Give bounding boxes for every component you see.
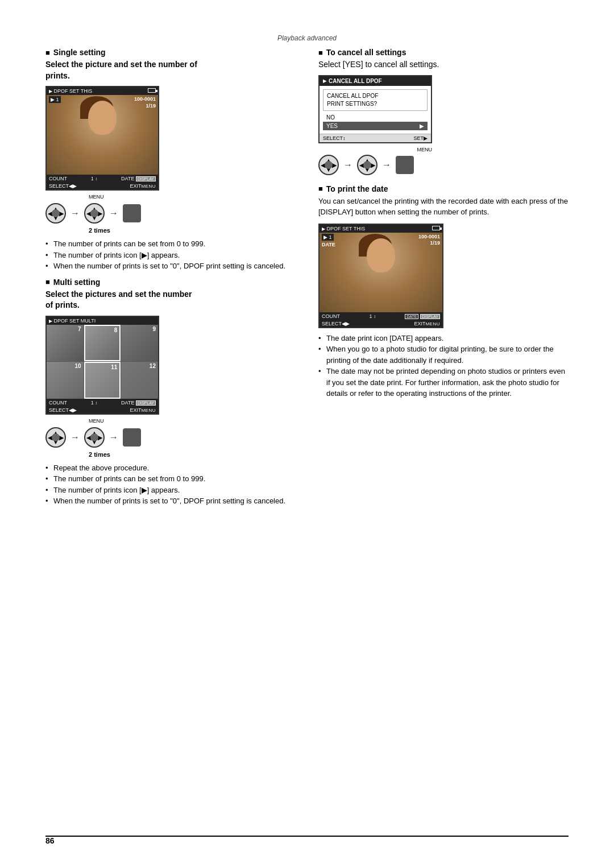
center-btn-m1[interactable] (52, 433, 60, 441)
print-date-section: To print the date You can set/cancel the… (318, 184, 569, 399)
arrow-right-m2: ▶ (98, 433, 102, 441)
menu-btn-cancel[interactable] (396, 156, 414, 174)
right-column: To cancel all settings Select [YES] to c… (318, 48, 569, 512)
cancel-all-subtitle: Select [YES] to cancel all settings. (318, 59, 569, 71)
thumb-11: 11 (84, 362, 121, 399)
menu-btn-single[interactable] (123, 204, 141, 222)
multi-setting-screen: ▶ DPOF SET MULTI 7 8 9 (45, 316, 159, 415)
single-nav-row: ▲ ▼ ◀ ▶ → ▲ ▼ ◀ ▶ (45, 203, 141, 224)
menu-label-single: MENU (89, 194, 104, 200)
cancel-all-section: To cancel all settings Select [YES] to c… (318, 48, 569, 175)
center-btn-c2[interactable] (363, 161, 371, 169)
date-display-wrapper: DATE DISPLAY (405, 313, 440, 319)
arrow-right-2: ▶ (98, 210, 102, 217)
thumb-10-num: 10 (75, 363, 81, 369)
date-count-label: COUNT (322, 313, 340, 319)
date-face-illustration (361, 238, 401, 290)
single-bullet-list: The number of prints can be set from 0 t… (45, 238, 296, 272)
select-exit-bar: SELECT◀▶ EXITMENU (47, 183, 158, 189)
date-screen-dpof-label: ▶ DPOF SET THIS (322, 226, 365, 232)
left-column: Single setting Select the picture and se… (45, 48, 296, 512)
date-select-label: SELECT◀▶ (322, 321, 350, 326)
screen-photo-area: ▶ 1 100-0001 1/19 (47, 95, 158, 175)
date-bullet-1: The date print icon [DATE] appears. (318, 333, 569, 344)
multi-thumb-grid: 7 8 9 10 11 (47, 325, 158, 399)
date-bullet-2: When you go to a photo studio for digita… (318, 344, 569, 366)
cancel-screen-body: CANCEL ALL DPOFPRINT SETTINGS? NO YES ▶ (320, 86, 431, 134)
date-screen-photo-area: ▶ 1 DATE 100-0001 1/19 (320, 233, 442, 312)
multi-exit-menu-label: EXITMENU (130, 407, 156, 413)
date-count-val: 1 ↕ (369, 313, 376, 319)
nav-circle-multi-1[interactable]: ▲ ▼ ◀ ▶ (45, 427, 66, 448)
menu-btn-multi[interactable] (123, 428, 141, 447)
nav-circle-multi-2[interactable]: ▲ ▼ ◀ ▶ (84, 427, 105, 448)
nav-circle-cancel-1[interactable]: ▲ ▼ ◀ ▶ (318, 155, 339, 175)
cancel-nav-row: ▲ ▼ ◀ ▶ → ▲ ▼ ◀ ▶ → (318, 155, 569, 175)
print-date-bullet-list: The date print icon [DATE] appears. When… (318, 333, 569, 399)
multi-bullet-3: The number of prints icon [▶] appears. (45, 485, 296, 496)
single-setting-screen: ▶ DPOF SET THIS ▶ 1 100-0001 (45, 86, 159, 191)
exit-menu-label: EXITMENU (130, 183, 156, 189)
arrow-right-c2: ▶ (371, 161, 375, 168)
multi-select-label: SELECT◀▶ (49, 407, 77, 413)
face-circle (88, 101, 117, 135)
date-face-circle (367, 238, 395, 272)
nav-circle-cancel-2[interactable]: ▲ ▼ ◀ ▶ (357, 155, 377, 175)
multi-bullet-2: The number of prints can be set from 0 t… (45, 473, 296, 485)
img-num-overlay: ▶ 1 (49, 96, 61, 103)
nav-circle-2[interactable]: ▲ ▼ ◀ ▶ (84, 203, 105, 224)
menu-label-multi: MENU (89, 418, 104, 424)
center-btn-m2[interactable] (90, 433, 98, 441)
multi-bullet-4: When the number of prints is set to "0",… (45, 495, 296, 507)
cancel-option-yes[interactable]: YES ▶ (323, 122, 428, 130)
date-count-bar: COUNT 1 ↕ DATE DISPLAY (320, 312, 442, 320)
thumb-12-num: 12 (150, 363, 156, 369)
times-label-single: 2 times (89, 227, 110, 234)
nav-circle-1[interactable]: ▲ ▼ ◀ ▶ (45, 203, 66, 224)
cancel-option-no[interactable]: NO (323, 113, 428, 122)
thumb-9-num: 9 (152, 326, 156, 332)
cancel-set-label: SET▶ (413, 135, 428, 141)
cancel-all-title: To cancel all settings (318, 48, 569, 57)
nav-right-arrow-m2: → (109, 432, 118, 443)
single-nav-wrapper: MENU ▲ ▼ ◀ ▶ → ▲ ▼ ◀ (45, 194, 296, 234)
cancel-icon: ▶ (323, 78, 326, 84)
date-badge-icon: DATE (405, 314, 418, 319)
cancel-body-text: CANCEL ALL DPOFPRINT SETTINGS? (323, 89, 428, 111)
multi-setting-title: Multi setting (45, 278, 296, 287)
thumb-11-num: 11 (111, 364, 117, 370)
date-select-exit-bar: SELECT◀▶ EXITMENU (320, 320, 442, 327)
face-illustration (82, 101, 122, 152)
count-label: COUNT (49, 176, 67, 181)
multi-select-exit-bar: SELECT◀▶ EXITMENU (47, 407, 158, 414)
multi-setting-subtitle: Select the pictures and set the number o… (45, 289, 296, 311)
multi-nav-wrapper: MENU ▲ ▼ ◀ ▶ → ▲ ▼ ◀ (45, 418, 296, 458)
multi-count-label: COUNT (49, 400, 67, 406)
date-img-num-overlay: ▶ 1 DATE (322, 234, 335, 247)
cancel-all-screen: ▶ CANCEL ALL DPOF CANCEL ALL DPOFPRINT S… (318, 75, 432, 143)
date-battery-icon (431, 226, 440, 232)
center-btn-c1[interactable] (325, 161, 333, 169)
date-exit-menu-label: EXITMENU (414, 321, 440, 326)
multi-nav-row: ▲ ▼ ◀ ▶ → ▲ ▼ ◀ ▶ (45, 427, 141, 448)
thumb-8: 8 (84, 325, 121, 362)
file-info-overlay: 100-0001 1/19 (134, 96, 156, 109)
print-date-screen: ▶ DPOF SET THIS ▶ 1 DATE (318, 224, 443, 328)
print-date-body: You can set/cancel the printing with the… (318, 196, 569, 218)
multi-count-bar: COUNT 1 ↕ DATE DISPLAY (47, 399, 158, 407)
cancel-screen-top: ▶ CANCEL ALL DPOF (320, 76, 431, 86)
main-content: Single setting Select the picture and se… (45, 48, 569, 512)
print-date-title: To print the date (318, 184, 569, 193)
thumb-10: 10 (47, 362, 84, 399)
nav-right-arrow-1: → (70, 208, 80, 218)
single-bullet-2: The number of prints icon [▶] appears. (45, 250, 296, 261)
screen-dpof-label: ▶ DPOF SET THIS (49, 88, 92, 94)
battery-icon (147, 88, 156, 94)
yes-arrow: ▶ (420, 123, 424, 129)
multi-display-badge: DISPLAY (136, 400, 156, 406)
date-display-label: DATE DISPLAY (121, 176, 156, 181)
screen-top-bar: ▶ DPOF SET THIS (47, 87, 158, 95)
count-val: 1 ↕ (91, 176, 98, 181)
date-text-overlay: DATE (322, 242, 335, 247)
single-setting-title: Single setting (45, 48, 296, 57)
